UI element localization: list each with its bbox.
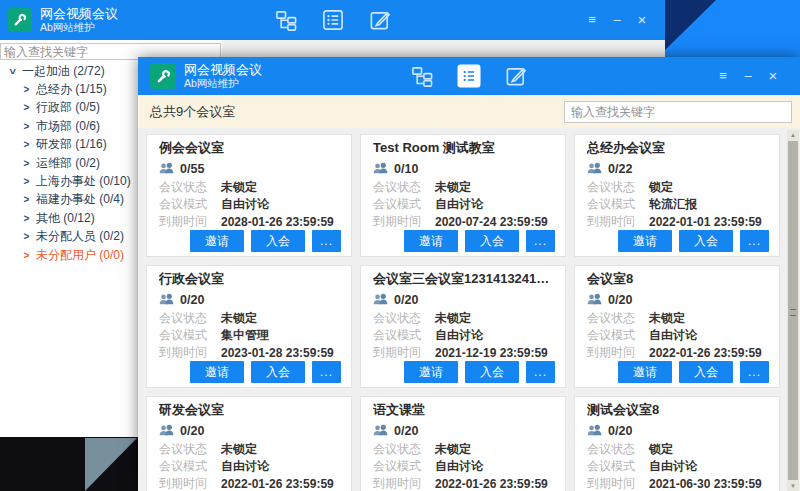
mode-value: 轮流汇报: [649, 196, 697, 213]
org-chart-icon[interactable]: [274, 9, 297, 32]
chevron-right-icon[interactable]: >: [21, 194, 32, 205]
chevron-right-icon[interactable]: >: [21, 121, 32, 132]
more-button[interactable]: ...: [312, 361, 341, 383]
chevron-right-icon[interactable]: >: [21, 139, 32, 150]
org-chart-icon[interactable]: [411, 65, 434, 88]
wallpaper-slate-triangle: [85, 438, 137, 491]
list-view-icon[interactable]: [321, 9, 344, 32]
invite-button[interactable]: 邀请: [404, 361, 458, 383]
room-mode-row: 会议模式 轮流汇报: [587, 196, 767, 213]
chevron-right-icon[interactable]: >: [21, 102, 32, 113]
rooms-area: 例会会议室 0/55 会议状态 未锁定 会议模式: [138, 128, 800, 491]
more-button[interactable]: ...: [312, 230, 341, 252]
more-button[interactable]: ...: [740, 230, 769, 252]
room-name: 行政会议室: [159, 270, 339, 288]
room-status-row: 会议状态 未锁定: [373, 310, 553, 327]
status-label: 会议状态: [159, 441, 221, 458]
room-count-value: 0/20: [180, 293, 204, 307]
room-occupancy: 0/55: [159, 160, 339, 177]
status-value: 未锁定: [435, 179, 471, 196]
summary-bar: 总共9个会议室: [138, 95, 800, 128]
mode-label: 会议模式: [373, 327, 435, 344]
room-mode-row: 会议模式 自由讨论: [373, 196, 553, 213]
room-count-value: 0/22: [608, 162, 632, 176]
join-button[interactable]: 入会: [465, 361, 519, 383]
mode-value: 集中管理: [221, 327, 269, 344]
room-status-row: 会议状态 未锁定: [587, 310, 767, 327]
join-button[interactable]: 入会: [465, 230, 519, 252]
people-icon: [159, 293, 174, 306]
room-mode-row: 会议模式 自由讨论: [587, 327, 767, 344]
expire-label: 到期时间: [587, 475, 649, 491]
mode-label: 会议模式: [159, 327, 221, 344]
close-icon[interactable]: ×: [766, 69, 780, 83]
chevron-right-icon[interactable]: >: [21, 158, 32, 169]
header-toolbar: [411, 65, 528, 88]
scroll-up-icon[interactable]: ▲: [790, 130, 796, 140]
room-card: Test Room 测试教室 0/10 会议状态 未锁定 会议模式: [360, 134, 566, 257]
chevron-down-icon[interactable]: >: [7, 66, 18, 77]
wallpaper-top-right: [665, 0, 800, 57]
invite-button[interactable]: 邀请: [190, 230, 244, 252]
status-label: 会议状态: [373, 179, 435, 196]
room-expire-row: 到期时间 2022-01-26 23:59:59: [159, 475, 339, 491]
more-button[interactable]: ...: [740, 361, 769, 383]
menu-icon[interactable]: ≡: [716, 69, 730, 83]
scrollbar-thumb[interactable]: [788, 141, 798, 480]
status-label: 会议状态: [159, 310, 221, 327]
room-card: 总经办会议室 0/22 会议状态 锁定 会议模式: [574, 134, 780, 257]
room-mode-row: 会议模式 自由讨论: [587, 458, 767, 475]
more-button[interactable]: ...: [526, 230, 555, 252]
join-button[interactable]: 入会: [251, 361, 305, 383]
list-view-icon-active[interactable]: [458, 65, 481, 88]
tree-item-label: 市场部 (0/6): [36, 118, 100, 135]
room-count-value: 0/10: [394, 162, 418, 176]
mode-label: 会议模式: [159, 458, 221, 475]
status-value: 未锁定: [435, 310, 471, 327]
room-occupancy: 0/20: [159, 291, 339, 308]
expire-value: 2022-01-26 23:59:59: [435, 477, 548, 491]
room-occupancy: 0/10: [373, 160, 553, 177]
close-icon[interactable]: ×: [635, 13, 649, 27]
room-occupancy: 0/20: [373, 422, 553, 439]
scroll-down-icon[interactable]: ▼: [790, 481, 796, 491]
room-card: 会议室三会议室123141324141三会... 0/20 会议状态 未锁定: [360, 265, 566, 388]
room-mode-row: 会议模式 自由讨论: [159, 196, 339, 213]
header-toolbar: [274, 9, 391, 32]
invite-button[interactable]: 邀请: [618, 361, 672, 383]
room-count-summary: 总共9个会议室: [150, 103, 235, 121]
status-value: 未锁定: [221, 310, 257, 327]
room-name: 例会会议室: [159, 139, 339, 157]
room-name: 总经办会议室: [587, 139, 767, 157]
room-occupancy: 0/20: [159, 422, 339, 439]
join-button[interactable]: 入会: [679, 230, 733, 252]
room-mode-row: 会议模式 自由讨论: [373, 458, 553, 475]
chevron-right-icon[interactable]: >: [21, 213, 32, 224]
room-occupancy: 0/20: [373, 291, 553, 308]
wallpaper-bottom-left: [0, 437, 138, 491]
chevron-right-icon[interactable]: >: [21, 250, 32, 261]
chevron-right-icon[interactable]: >: [21, 231, 32, 242]
status-label: 会议状态: [587, 310, 649, 327]
tree-item-label: 总经办 (1/15): [36, 81, 107, 98]
join-button[interactable]: 入会: [251, 230, 305, 252]
vertical-scrollbar[interactable]: ▲ ▼: [787, 130, 799, 491]
invite-button[interactable]: 邀请: [618, 230, 672, 252]
join-button[interactable]: 入会: [679, 361, 733, 383]
more-button[interactable]: ...: [526, 361, 555, 383]
chevron-right-icon[interactable]: >: [21, 84, 32, 95]
room-search-input[interactable]: [564, 101, 792, 123]
chevron-right-icon[interactable]: >: [21, 176, 32, 187]
wrench-icon: [8, 8, 32, 32]
room-occupancy: 0/22: [587, 160, 767, 177]
invite-button[interactable]: 邀请: [404, 230, 458, 252]
edit-compose-icon[interactable]: [368, 9, 391, 32]
minimize-icon[interactable]: –: [741, 69, 755, 83]
room-actions: 邀请 入会 ...: [618, 361, 769, 383]
room-card: 测试会议室8 0/20 会议状态 锁定 会议模式: [574, 396, 780, 491]
menu-icon[interactable]: ≡: [585, 13, 599, 27]
invite-button[interactable]: 邀请: [190, 361, 244, 383]
minimize-icon[interactable]: –: [610, 13, 624, 27]
app-title: 网会视频会议: [40, 6, 118, 21]
edit-compose-icon[interactable]: [505, 65, 528, 88]
